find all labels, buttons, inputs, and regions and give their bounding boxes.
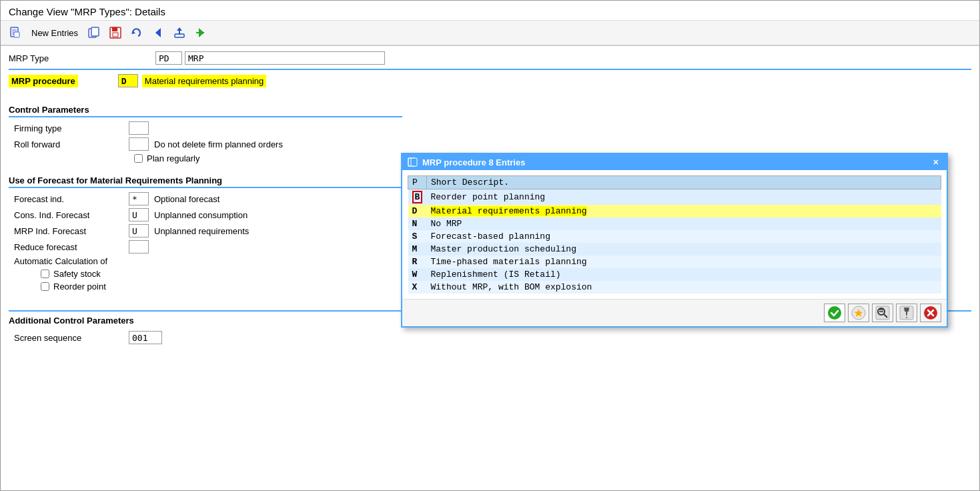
popup-title-area: MRP procedure 8 Entries [408, 157, 525, 167]
forecast-ind-row: Forecast ind. Optional forecast [9, 192, 402, 205]
back-icon[interactable] [149, 23, 167, 42]
popup-table-row[interactable]: MMaster production scheduling [408, 243, 941, 256]
reorder-point-label: Reorder point [53, 282, 106, 292]
plan-regularly-label: Plan regularly [147, 153, 200, 163]
popup-table: P Short Descript. BReorder point plannin… [408, 175, 941, 294]
cons-ind-row: Cons. Ind. Forecast Unplanned consumptio… [9, 208, 402, 221]
popup-table-row[interactable]: BReorder point planning [408, 189, 941, 205]
safety-stock-label: Safety stock [53, 269, 101, 279]
roll-forward-row: Roll forward Do not delete firm planned … [9, 137, 402, 151]
confirm-button[interactable] [824, 304, 845, 322]
new-entries-button[interactable]: New Entries [27, 28, 82, 38]
exit-icon[interactable] [170, 23, 189, 42]
auto-calc-label: Automatic Calculation of [9, 256, 402, 266]
forecast-section: Use of Forecast for Material Requirement… [9, 174, 402, 292]
svg-rect-4 [14, 32, 19, 37]
screen-sequence-input[interactable] [129, 331, 162, 344]
undo-icon[interactable] [127, 23, 146, 42]
main-window: Change View "MRP Types": Details New Ent… [0, 0, 980, 491]
popup-table-row[interactable]: NNo MRP [408, 217, 941, 230]
reduce-forecast-label: Reduce forecast [9, 242, 129, 252]
screen-sequence-row: Screen sequence [9, 331, 971, 344]
popup-row-code: X [408, 281, 427, 294]
reorder-point-row: Reorder point [9, 282, 402, 292]
popup-close-button[interactable]: × [931, 157, 941, 167]
auto-calc-text: Automatic Calculation of [14, 256, 107, 266]
mrp-type-value-input[interactable] [185, 51, 385, 65]
popup-row-desc: Without MRP, with BOM explosion [427, 281, 941, 294]
roll-forward-input[interactable] [129, 137, 149, 151]
mrp-ind-row: MRP Ind. Forecast Unplanned requirements [9, 224, 402, 237]
forecast-header: Use of Forecast for Material Requirement… [9, 174, 402, 188]
popup-table-header: P Short Descript. [408, 176, 941, 189]
popup-row-code: W [408, 268, 427, 281]
content-area: MRP Type MRP procedure Material requirem… [1, 46, 979, 352]
reduce-forecast-input[interactable] [129, 240, 149, 254]
mrp-procedure-popup: MRP procedure 8 Entries × P Short Descri… [401, 153, 948, 328]
cons-ind-input[interactable] [129, 208, 149, 221]
popup-row-code: S [408, 230, 427, 243]
popup-footer [402, 299, 947, 326]
mrp-type-label: MRP Type [9, 53, 155, 63]
popup-row-desc: Reorder point planning [427, 189, 941, 205]
popup-row-code: N [408, 217, 427, 230]
popup-row-code: B [408, 189, 427, 205]
popup-row-code: D [408, 205, 427, 217]
popup-table-row[interactable]: XWithout MRP, with BOM explosion [408, 281, 941, 294]
cons-ind-label: Cons. Ind. Forecast [9, 210, 129, 220]
window-title: Change View "MRP Types": Details [9, 6, 165, 17]
save-icon[interactable] [106, 23, 125, 42]
col-header-desc: Short Descript. [427, 176, 941, 189]
plan-regularly-row: Plan regularly [9, 153, 402, 163]
svg-marker-14 [177, 27, 182, 31]
roll-forward-label: Roll forward [9, 139, 129, 149]
popup-row-desc: Material requirements planning [427, 205, 941, 217]
screen-sequence-label: Screen sequence [9, 333, 129, 343]
separator-line [9, 69, 971, 70]
firming-type-row: Firming type [9, 121, 402, 135]
popup-table-row[interactable]: WReplenishment (IS Retail) [408, 268, 941, 281]
mrp-type-code-input[interactable] [155, 51, 182, 65]
safety-stock-checkbox[interactable] [41, 270, 49, 278]
mrp-procedure-row: MRP procedure Material requirements plan… [9, 74, 971, 87]
svg-rect-6 [91, 27, 99, 36]
pin-button[interactable] [896, 304, 917, 322]
mrp-ind-value: Unplanned requirements [154, 226, 249, 236]
reorder-point-checkbox[interactable] [41, 282, 49, 291]
left-form: Control Parameters Firming type Roll for… [9, 93, 402, 297]
popup-row-desc: Master production scheduling [427, 243, 941, 256]
cancel-button[interactable] [920, 304, 941, 322]
mrp-ind-label: MRP Ind. Forecast [9, 226, 129, 236]
popup-row-desc: Forecast-based planning [427, 230, 941, 243]
mrp-procedure-label: MRP procedure [9, 75, 78, 87]
copy-icon[interactable] [85, 23, 103, 42]
mrp-ind-input[interactable] [129, 224, 149, 237]
svg-rect-8 [112, 27, 117, 31]
search-button[interactable] [872, 304, 893, 322]
popup-title: MRP procedure 8 Entries [422, 157, 525, 167]
popup-header: MRP procedure 8 Entries × [402, 154, 947, 170]
popup-table-row[interactable]: RTime-phased materials planning [408, 256, 941, 268]
firming-type-input[interactable] [129, 121, 149, 135]
forecast-ind-label: Forecast ind. [9, 194, 129, 204]
svg-rect-18 [411, 158, 417, 166]
control-parameters-header: Control Parameters [9, 103, 402, 117]
mrp-procedure-code-input[interactable] [118, 74, 138, 87]
svg-marker-30 [904, 308, 909, 312]
popup-table-row[interactable]: SForecast-based planning [408, 230, 941, 243]
mrp-procedure-value: Material requirements planning [142, 75, 266, 87]
popup-table-row[interactable]: DMaterial requirements planning [408, 205, 941, 217]
title-bar: Change View "MRP Types": Details [1, 1, 979, 21]
plan-regularly-checkbox[interactable] [134, 154, 143, 163]
popup-row-desc: No MRP [427, 217, 941, 230]
svg-point-19 [828, 306, 841, 320]
toolbar: New Entries [1, 21, 979, 46]
forward-icon[interactable] [191, 23, 210, 42]
popup-row-code: R [408, 256, 427, 268]
documents-icon[interactable] [6, 23, 25, 42]
popup-body: P Short Descript. BReorder point plannin… [402, 170, 947, 299]
favorites-button[interactable] [848, 304, 869, 322]
col-header-p: P [408, 176, 427, 189]
safety-stock-row: Safety stock [9, 269, 402, 279]
forecast-ind-input[interactable] [129, 192, 149, 205]
